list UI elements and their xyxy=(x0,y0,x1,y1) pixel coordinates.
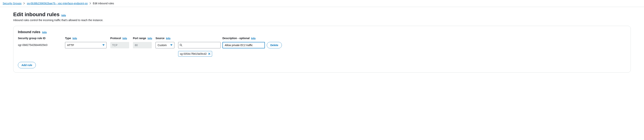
source-search-input[interactable] xyxy=(178,42,220,48)
protocol-info-link[interactable]: Info xyxy=(122,37,127,40)
description-input[interactable] xyxy=(222,42,265,48)
source-info-link[interactable]: Info xyxy=(166,37,170,40)
chevron-right-icon xyxy=(24,2,25,4)
header-portrange: Port range xyxy=(133,37,146,40)
type-info-link[interactable]: Info xyxy=(72,37,77,40)
breadcrumb-sg-link[interactable]: sg-0b38b2396562bae7b - vpc-interface-end… xyxy=(27,2,88,5)
panel-title: Inbound rules xyxy=(18,30,40,34)
source-mode-select[interactable]: Custom xyxy=(156,42,174,48)
page-title: Edit inbound rules xyxy=(13,11,60,17)
description-info-link[interactable]: Info xyxy=(251,37,256,40)
source-token: sg-0054c7fb61fa09cd2 xyxy=(178,51,212,57)
inbound-rules-panel: Inbound rules Info Security group rule I… xyxy=(13,26,631,73)
chevron-right-icon xyxy=(90,2,91,4)
breadcrumb: Security Groups sg-0b38b2396562bae7b - v… xyxy=(0,0,644,7)
header-ruleid: Security group rule ID xyxy=(18,37,46,40)
header-type: Type xyxy=(65,37,71,40)
header-protocol: Protocol xyxy=(110,37,121,40)
column-headers: Security group rule ID Type Info Protoco… xyxy=(18,37,626,40)
rule-row: sgr-0b827542bb44929e3 HTTP Custom xyxy=(18,42,626,57)
breadcrumb-current: Edit inbound rules xyxy=(93,2,114,5)
rule-id-value: sgr-0b827542bb44929e3 xyxy=(18,42,65,46)
page-subtitle: Inbound rules control the incoming traff… xyxy=(13,19,631,22)
source-token-label: sg-0054c7fb61fa09cd2 xyxy=(180,52,206,55)
add-rule-button[interactable]: Add rule xyxy=(18,62,36,68)
port-range-field xyxy=(133,42,152,48)
header-description: Description - optional xyxy=(222,37,250,40)
portrange-info-link[interactable]: Info xyxy=(148,37,152,40)
type-select[interactable]: HTTP xyxy=(65,42,106,48)
page-info-link[interactable]: Info xyxy=(62,14,66,17)
delete-button[interactable]: Delete xyxy=(267,42,282,48)
panel-info-link[interactable]: Info xyxy=(42,31,47,34)
remove-token-icon[interactable] xyxy=(208,53,210,55)
protocol-field xyxy=(110,42,129,48)
header-source: Source xyxy=(156,37,164,40)
breadcrumb-root-link[interactable]: Security Groups xyxy=(3,2,22,5)
